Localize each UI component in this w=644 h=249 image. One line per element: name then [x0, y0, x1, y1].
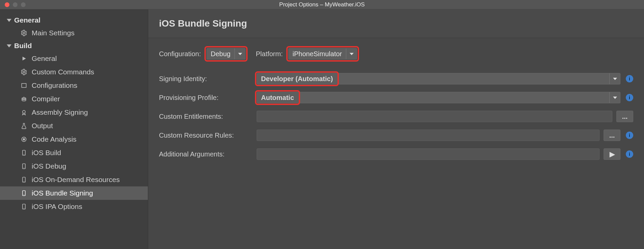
sidebar-item-output[interactable]: Output: [0, 119, 148, 133]
sidebar-group-label: General: [14, 16, 40, 24]
chevron-down-icon: [346, 48, 357, 59]
robot-icon: [20, 96, 28, 102]
window-titlebar: Project Options – MyWeather.iOS: [0, 0, 644, 9]
additional-arguments-row: Additional Arguments: ▶ i: [159, 148, 633, 160]
sidebar-item-label: iOS On-Demand Resources: [32, 176, 120, 184]
sidebar-item-label: General: [32, 55, 57, 63]
additional-arguments-label: Additional Arguments:: [159, 150, 257, 158]
sidebar-item-custom-commands[interactable]: Custom Commands: [0, 65, 148, 79]
sidebar-group-general[interactable]: General: [0, 14, 148, 26]
browse-resource-rules-button[interactable]: ...: [604, 130, 620, 141]
info-icon[interactable]: i: [626, 150, 633, 158]
chevron-down-icon: [7, 44, 11, 47]
custom-entitlements-field[interactable]: [257, 111, 612, 122]
content-split: General Main Settings Build General Cust…: [0, 9, 644, 249]
phone-icon: [20, 190, 28, 197]
chevron-down-icon: [7, 19, 11, 22]
provisioning-profile-dropdown[interactable]: Automatic: [257, 92, 620, 103]
svg-point-0: [23, 32, 25, 34]
sidebar-item-label: Compiler: [32, 95, 60, 103]
svg-point-7: [23, 110, 25, 113]
svg-point-1: [23, 71, 25, 73]
main-body: Configuration: Debug Platform: iPhoneSim…: [148, 38, 644, 177]
minimize-icon[interactable]: [13, 2, 18, 7]
custom-entitlements-row: Custom Entitlements: ...: [159, 111, 633, 122]
sidebar-item-label: Main Settings: [32, 29, 74, 37]
gear-icon: [20, 69, 28, 75]
gear-icon: [20, 30, 28, 36]
sidebar-item-label: Custom Commands: [32, 68, 94, 76]
custom-resource-rules-row: Custom Resource Rules: ... i: [159, 130, 633, 141]
sidebar-item-compiler[interactable]: Compiler: [0, 92, 148, 106]
provisioning-profile-value: Automatic: [257, 92, 298, 103]
sidebar-item-label: iOS IPA Options: [32, 203, 82, 211]
play-icon: [20, 55, 28, 62]
sidebar-item-ios-ipa-options[interactable]: iOS IPA Options: [0, 200, 148, 213]
sidebar-item-ios-on-demand-resources[interactable]: iOS On-Demand Resources: [0, 173, 148, 186]
svg-point-3: [23, 99, 24, 100]
configuration-label: Configuration:: [159, 50, 201, 58]
sidebar-item-label: iOS Build: [32, 149, 61, 157]
sidebar: General Main Settings Build General Cust…: [0, 9, 148, 249]
sidebar-group-build[interactable]: Build: [0, 40, 148, 52]
phone-icon: [20, 203, 28, 210]
sidebar-item-assembly-signing[interactable]: Assembly Signing: [0, 106, 148, 119]
config-platform-row: Configuration: Debug Platform: iPhoneSim…: [159, 48, 633, 60]
sidebar-item-label: Code Analysis: [32, 135, 76, 143]
main-pane: iOS Bundle Signing Configuration: Debug …: [148, 9, 644, 249]
provisioning-profile-label: Provisioning Profile:: [159, 94, 257, 102]
sidebar-item-build-general[interactable]: General: [0, 52, 148, 65]
sidebar-item-ios-debug[interactable]: iOS Debug: [0, 159, 148, 173]
sidebar-item-ios-bundle-signing[interactable]: iOS Bundle Signing: [0, 186, 148, 200]
close-icon[interactable]: [5, 2, 9, 7]
page-title: iOS Bundle Signing: [159, 18, 633, 29]
signing-identity-value: Developer (Automatic): [257, 73, 337, 84]
phone-icon: [20, 149, 28, 156]
chevron-down-icon: [609, 92, 620, 103]
svg-rect-2: [22, 83, 26, 87]
sidebar-item-configurations[interactable]: Configurations: [0, 79, 148, 92]
sidebar-group-label: Build: [14, 42, 32, 50]
sidebar-item-ios-build[interactable]: iOS Build: [0, 146, 148, 159]
browse-entitlements-button[interactable]: ...: [616, 111, 633, 122]
run-arguments-button[interactable]: ▶: [604, 148, 620, 160]
sidebar-item-label: iOS Debug: [32, 162, 66, 170]
custom-resource-rules-label: Custom Resource Rules:: [159, 132, 257, 139]
window-title: Project Options – MyWeather.iOS: [0, 1, 644, 8]
platform-value: iPhoneSimulator: [289, 48, 346, 59]
signing-identity-row: Signing Identity: Developer (Automatic) …: [159, 73, 633, 84]
sidebar-item-main-settings[interactable]: Main Settings: [0, 26, 148, 40]
info-icon[interactable]: i: [626, 94, 633, 101]
sidebar-item-label: Configurations: [32, 81, 77, 90]
signing-identity-label: Signing Identity:: [159, 75, 257, 83]
svg-point-9: [23, 139, 25, 140]
badge-icon: [20, 109, 28, 116]
window-traffic-lights: [0, 2, 26, 7]
info-icon[interactable]: i: [626, 132, 633, 139]
custom-resource-rules-field[interactable]: [257, 130, 600, 141]
chevron-down-icon: [609, 73, 620, 84]
target-icon: [20, 136, 28, 143]
main-header: iOS Bundle Signing: [148, 9, 644, 38]
info-icon[interactable]: i: [626, 75, 633, 82]
zoom-icon[interactable]: [21, 2, 26, 7]
sidebar-item-label: Output: [32, 122, 53, 130]
sidebar-item-label: iOS Bundle Signing: [32, 189, 93, 197]
configuration-dropdown[interactable]: Debug: [206, 48, 246, 60]
platform-label: Platform:: [256, 50, 283, 58]
signing-identity-dropdown[interactable]: Developer (Automatic): [257, 73, 620, 84]
flask-icon: [20, 122, 28, 129]
configuration-value: Debug: [207, 48, 235, 59]
phone-icon: [20, 176, 28, 183]
platform-dropdown[interactable]: iPhoneSimulator: [288, 48, 357, 60]
phone-icon: [20, 163, 28, 170]
svg-point-4: [24, 99, 25, 100]
provisioning-profile-row: Provisioning Profile: Automatic i: [159, 92, 633, 103]
box-icon: [20, 82, 28, 89]
sidebar-item-label: Assembly Signing: [32, 108, 88, 116]
sidebar-item-code-analysis[interactable]: Code Analysis: [0, 133, 148, 146]
custom-entitlements-label: Custom Entitlements:: [159, 113, 257, 120]
additional-arguments-field[interactable]: [257, 148, 600, 160]
chevron-down-icon: [234, 48, 245, 59]
